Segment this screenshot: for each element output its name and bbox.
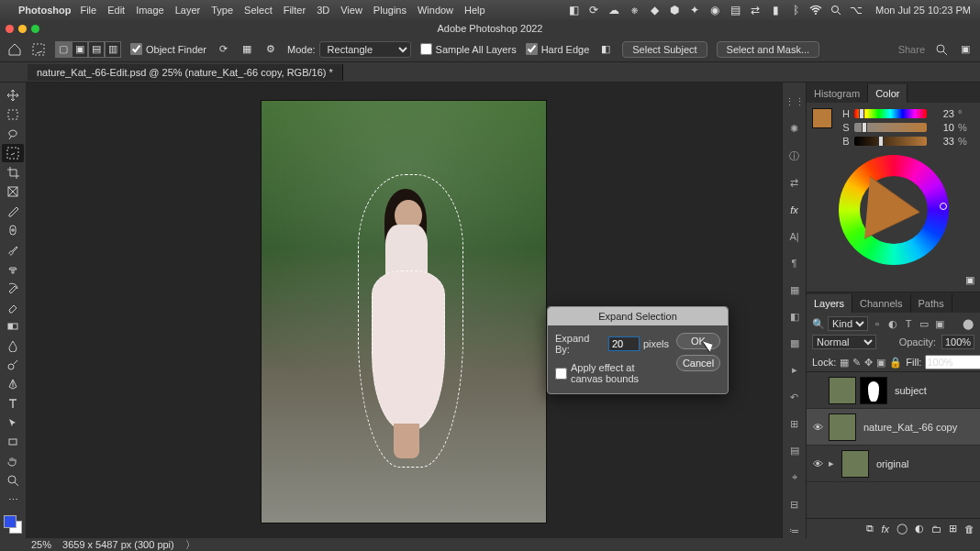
menu-help[interactable]: Help [464,5,485,16]
properties-panel-icon[interactable]: ⊞ [786,417,803,431]
select-and-mask-button[interactable]: Select and Mask... [717,41,820,58]
object-finder-checkbox[interactable] [130,43,142,55]
tray-icon[interactable]: ⇄ [749,4,762,17]
pen-tool-icon[interactable] [2,375,24,393]
adjustment-layer-icon[interactable]: ◐ [915,523,924,534]
hue-slider[interactable] [854,109,927,118]
layer-mask-thumbnail[interactable] [860,377,887,404]
filter-kind-select[interactable]: Kind [828,316,868,331]
menu-window[interactable]: Window [418,5,453,16]
channels-tab[interactable]: Channels [852,294,910,313]
app-name-menu[interactable]: Photoshop [18,5,71,16]
filter-type-icon[interactable]: T [902,317,915,330]
tray-icon[interactable]: ◆ [648,4,661,17]
hue-ring-handle[interactable] [940,203,947,210]
tool-preset-icon[interactable] [31,42,46,57]
brushes-panel-icon[interactable]: ⋮⋮ [786,95,803,109]
tray-icon[interactable]: ✦ [688,4,701,17]
gradient-tool-icon[interactable] [2,317,24,336]
document-canvas[interactable] [262,101,546,523]
eyedropper-tool-icon[interactable] [2,202,24,220]
gear-icon[interactable]: ⚙ [263,42,278,57]
info-panel-icon[interactable]: ⓘ [786,149,803,162]
menu-type[interactable]: Type [211,5,233,16]
intersect-selection-icon[interactable]: ▥ [105,41,121,58]
layer-row[interactable]: 👁 ▸ original [807,446,980,482]
new-selection-icon[interactable]: ▢ [55,41,72,58]
control-center-icon[interactable]: ⌥ [850,4,863,17]
layer-row[interactable]: subject [807,372,980,409]
color-swatches[interactable] [4,515,22,534]
subtract-selection-icon[interactable]: ▤ [88,41,105,58]
paths-tab[interactable]: Paths [911,294,952,313]
search-icon[interactable]: 🔍 [812,317,825,330]
brush-overlay-icon[interactable]: ◧ [598,42,613,57]
canvas-area[interactable]: Expand Selection Expand By: pixels Apply… [26,83,782,538]
healing-brush-tool-icon[interactable] [2,221,24,239]
styles-panel-icon[interactable]: fx [786,203,803,216]
dodge-tool-icon[interactable] [2,356,24,374]
layers-tab[interactable]: Layers [807,294,852,313]
patterns-panel-icon[interactable]: ▩ [786,336,803,350]
blend-mode-select[interactable]: Normal [812,335,876,349]
clock[interactable]: Mon Jul 25 10:23 PM [875,5,971,16]
show-all-icon[interactable]: ▦ [239,42,254,57]
edit-toolbar-icon[interactable]: ⋯ [2,490,24,509]
tray-icon[interactable]: ⬢ [668,4,681,17]
expand-caret-icon[interactable]: ▸ [829,457,838,469]
search-icon[interactable] [830,4,842,17]
cancel-button[interactable]: Cancel [676,355,720,371]
document-info[interactable]: 3659 x 5487 px (300 ppi) [62,539,174,550]
doc-info-caret-icon[interactable]: 〉 [185,538,195,552]
libraries-panel-icon[interactable]: ▤ [786,444,803,457]
layer-name[interactable]: original [873,458,976,469]
link-layers-icon[interactable]: ⧉ [866,523,874,534]
menu-file[interactable]: File [80,5,96,16]
layer-thumbnail[interactable] [841,450,869,478]
layer-mask-icon[interactable]: ◯ [896,523,908,534]
layer-thumbnail[interactable] [829,413,856,441]
clone-stamp-tool-icon[interactable] [2,259,24,278]
share-button[interactable]: Share [898,44,925,55]
menu-edit[interactable]: Edit [107,5,125,16]
brush-settings-icon[interactable]: ✺ [786,122,803,136]
color-wheel[interactable] [839,155,949,265]
menu-select[interactable]: Select [244,5,273,16]
menu-image[interactable]: Image [136,5,164,16]
color-panel-menu-icon[interactable]: ▣ [965,274,974,285]
document-tab[interactable]: nature_Kat_-66-Edit.psd @ 25% (nature_Ka… [28,64,343,81]
fill-input[interactable] [925,355,980,369]
filter-shape-icon[interactable]: ▭ [918,317,930,330]
tray-icon[interactable]: ▤ [729,4,741,17]
hand-tool-icon[interactable] [2,452,24,470]
foreground-color-swatch[interactable] [812,108,832,128]
tray-icon[interactable]: ☁ [607,4,620,17]
filter-pixel-icon[interactable]: ▫ [871,317,884,330]
new-layer-icon[interactable]: ⊞ [949,523,957,534]
lock-all-icon[interactable]: 🔒 [889,356,902,369]
hard-edge-checkbox[interactable] [526,43,538,55]
mode-select[interactable]: Rectangle [319,41,411,58]
menu-layer[interactable]: Layer [175,5,201,16]
zoom-level[interactable]: 25% [31,539,51,550]
blur-tool-icon[interactable] [2,336,24,355]
add-selection-icon[interactable]: ▣ [72,41,88,58]
ok-button[interactable]: OK [676,333,720,349]
color-tab[interactable]: Color [868,84,908,103]
home-icon[interactable] [7,42,22,57]
delete-layer-icon[interactable]: 🗑 [964,523,974,534]
lock-position-icon[interactable]: ✥ [864,356,873,369]
sat-value[interactable]: 10 [930,122,954,133]
actions-panel-icon[interactable]: ▸ [786,363,803,377]
layer-name[interactable]: subject [891,385,976,396]
lock-pixels-icon[interactable]: ✎ [852,356,861,369]
adjustments-panel-icon[interactable]: ⇄ [786,176,803,190]
object-selection-tool-icon[interactable] [2,144,24,162]
comments-panel-icon[interactable]: ⊟ [786,498,803,512]
close-window-button[interactable] [6,25,14,33]
layer-style-icon[interactable]: fx [881,523,889,534]
menu-view[interactable]: View [340,5,362,16]
timeline-panel-icon[interactable]: ≔ [786,524,803,538]
zoom-window-button[interactable] [31,25,39,33]
apply-canvas-bounds-checkbox[interactable] [555,368,567,380]
